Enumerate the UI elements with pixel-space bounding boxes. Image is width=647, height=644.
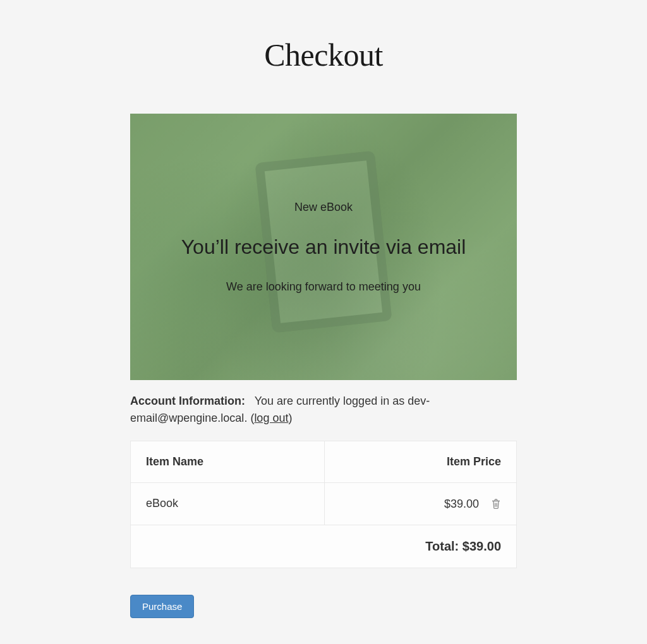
cart-total-value: $39.00	[463, 539, 501, 553]
purchase-button[interactable]: Purchase	[130, 595, 194, 618]
cart-total-row: Total: $39.00	[131, 525, 517, 568]
cart-item-price: $39.00	[444, 498, 479, 511]
cart-item-name: eBook	[131, 483, 325, 525]
hero-eyebrow: New eBook	[181, 201, 466, 214]
logout-link[interactable]: log out	[254, 412, 288, 424]
hero-banner: New eBook You’ll receive an invite via e…	[130, 114, 517, 380]
account-info: Account Information: You are currently l…	[130, 393, 517, 427]
page-title: Checkout	[130, 37, 517, 73]
account-info-label: Account Information:	[130, 395, 245, 407]
cart-table: Item Name Item Price eBook $39.00	[130, 441, 517, 568]
account-info-text-suffix2: )	[288, 412, 292, 424]
cart-total-label: Total:	[425, 539, 463, 553]
account-info-text-prefix: You are currently logged in as	[255, 395, 408, 407]
hero-subtext: We are looking forward to meeting you	[181, 280, 466, 294]
trash-icon[interactable]	[491, 498, 501, 510]
cart-header-row: Item Name Item Price	[131, 441, 517, 483]
cart-header-name: Item Name	[131, 441, 325, 483]
cart-item-row: eBook $39.00	[131, 483, 517, 525]
account-info-text-suffix1: . (	[244, 412, 254, 424]
cart-header-price: Item Price	[324, 441, 516, 483]
hero-headline: You’ll receive an invite via email	[181, 236, 466, 259]
